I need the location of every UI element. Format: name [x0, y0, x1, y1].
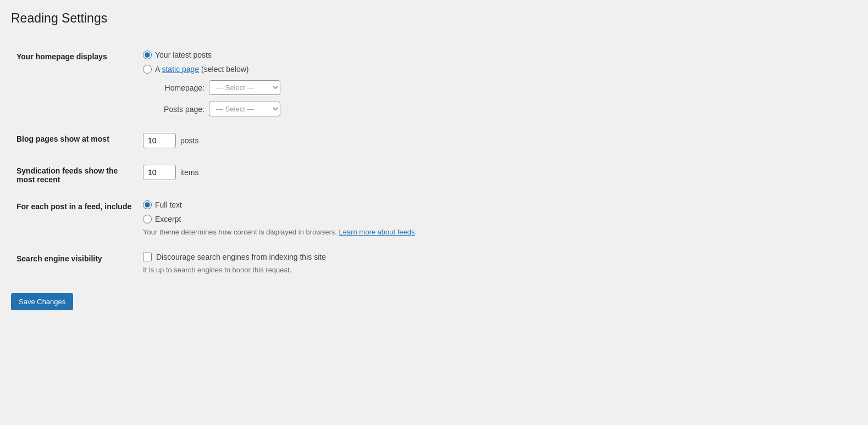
radio-full-text-input[interactable] — [143, 200, 152, 209]
radio-excerpt[interactable]: Excerpt — [143, 215, 846, 223]
save-changes-button[interactable]: Save Changes — [11, 293, 73, 310]
page-title: Reading Settings — [11, 11, 852, 26]
blog-pages-suffix: posts — [180, 136, 198, 145]
radio-latest-posts[interactable]: Your latest posts — [143, 51, 846, 59]
homepage-select-label: Homepage: — [155, 83, 204, 92]
feed-help-text: Your theme determines how content is dis… — [143, 228, 846, 236]
radio-full-text-label: Full text — [155, 200, 182, 209]
posts-page-select[interactable]: — Select — — [209, 102, 280, 116]
search-visibility-label: Search engine visibility — [11, 244, 137, 282]
search-visibility-help: It is up to search engines to honor this… — [143, 266, 846, 274]
search-visibility-checkbox-text: Discourage search engines from indexing … — [156, 253, 326, 261]
radio-latest-posts-label: Your latest posts — [155, 51, 212, 59]
homepage-select-row: Homepage: — Select — — [155, 80, 846, 95]
search-visibility-checkbox-label[interactable]: Discourage search engines from indexing … — [143, 253, 846, 261]
syndication-feeds-input[interactable] — [143, 165, 176, 180]
radio-full-text[interactable]: Full text — [143, 200, 846, 209]
syndication-feeds-suffix: items — [180, 168, 198, 177]
syndication-feeds-label: Syndication feeds show the most recent — [11, 156, 137, 192]
posts-page-select-row: Posts page: — Select — — [155, 102, 846, 116]
posts-page-select-label: Posts page: — [155, 105, 204, 114]
radio-static-page-label: A static page (select below) — [155, 65, 248, 74]
blog-pages-input[interactable] — [143, 133, 176, 148]
homepage-select[interactable]: — Select — — [209, 80, 280, 95]
search-visibility-checkbox[interactable] — [143, 253, 152, 261]
radio-excerpt-label: Excerpt — [155, 215, 181, 223]
learn-more-feeds-link[interactable]: Learn more about feeds — [339, 228, 415, 236]
blog-pages-label: Blog pages show at most — [11, 125, 137, 156]
static-page-link[interactable]: static page — [162, 65, 199, 74]
radio-latest-posts-input[interactable] — [143, 51, 152, 59]
feed-include-label: For each post in a feed, include — [11, 192, 137, 244]
radio-excerpt-input[interactable] — [143, 215, 152, 223]
radio-static-page[interactable]: A static page (select below) — [143, 65, 846, 74]
radio-static-page-input[interactable] — [143, 65, 152, 74]
homepage-displays-label: Your homepage displays — [11, 42, 137, 125]
